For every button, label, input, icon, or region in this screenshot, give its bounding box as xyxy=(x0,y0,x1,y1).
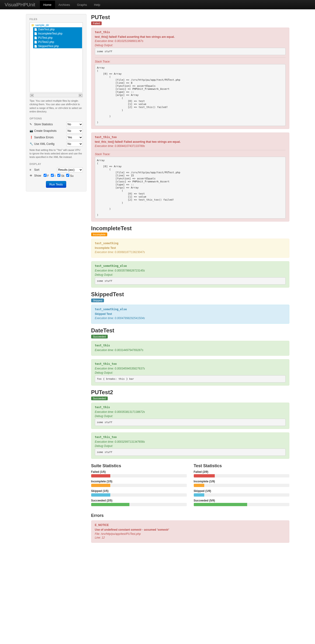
option-select[interactable]: Yes xyxy=(66,135,83,140)
file-icon: 📄 xyxy=(34,45,37,48)
suite-title: DateTest xyxy=(91,327,289,334)
navbar: VisualPHPUnit HomeArchivesGraphsHelp xyxy=(0,0,315,9)
nav-home[interactable]: Home xyxy=(40,1,55,9)
sidebar-panel: FILES 📁sample_dir 📄DateTest.php📄Incomple… xyxy=(26,14,86,192)
file-item[interactable]: 📄SkippedTest.php xyxy=(33,44,82,48)
error-file: File: /srv/http/pu/app/test/PUTest.php xyxy=(95,532,286,536)
stat-label: Incomplete (1/5) xyxy=(91,480,187,483)
test-block: test_this_tooExecution time: 0.000345945… xyxy=(91,359,289,386)
suite-title: PUTest xyxy=(91,14,289,20)
show-check-f[interactable]: F xyxy=(44,174,49,178)
suite-badge: Incomplete xyxy=(91,232,108,236)
option-icon: 📷 xyxy=(30,129,33,132)
suite-badge: Succeeded xyxy=(91,335,108,338)
run-tests-button[interactable]: Run Tests xyxy=(46,181,66,188)
progress-fill xyxy=(91,503,130,506)
debug-output: some stuff xyxy=(95,448,286,456)
suite-title: IncompleteTest xyxy=(91,225,289,232)
progress-fill xyxy=(194,474,215,478)
stat-row: Succeeded (5/9) xyxy=(194,499,289,506)
tips-text: Tips: You can select multiple files by s… xyxy=(30,99,83,114)
error-line: Line: 12 xyxy=(95,536,286,539)
test-block: test_this_tootest_this_too() failed! Fai… xyxy=(91,132,289,222)
nav-archives[interactable]: Archives xyxy=(55,1,74,9)
error-block: E_NOTICEUse of undefined constant somest… xyxy=(91,520,289,543)
show-row: 👁 Show F I Sk Su xyxy=(30,174,83,178)
nav-graphs[interactable]: Graphs xyxy=(74,1,90,9)
files-label: FILES xyxy=(30,18,83,20)
file-icon: 📄 xyxy=(34,36,37,39)
show-label: Show xyxy=(34,174,44,177)
test-name: test_something_else xyxy=(95,308,286,311)
error-message: Use of undefined constant somestr - assu… xyxy=(95,528,286,531)
options-label: OPTIONS xyxy=(30,117,83,120)
test-name: test_something_else xyxy=(95,264,286,268)
checkbox[interactable] xyxy=(51,174,54,177)
checkbox[interactable] xyxy=(57,174,60,177)
execution-time: Execution time: 0.0010251998901367s xyxy=(95,40,286,43)
progress-fill xyxy=(91,493,110,496)
suite-title: PUTest2 xyxy=(91,389,289,396)
debug-label: Debug Output: xyxy=(95,444,286,448)
stat-row: Incomplete (1/9) xyxy=(194,480,289,487)
suite-badge: Skipped xyxy=(91,298,104,302)
option-label: Sandbox Errors xyxy=(34,136,66,139)
checkbox[interactable] xyxy=(44,174,47,177)
file-tree[interactable]: 📁sample_dir 📄DateTest.php📄IncompleteTest… xyxy=(30,22,83,92)
sort-label: Sort xyxy=(34,168,57,172)
test-name: test_this_too xyxy=(95,436,286,439)
trace-label: Stack Trace: xyxy=(95,60,286,63)
stat-row: Succeeded (2/5) xyxy=(91,499,187,506)
file-item[interactable]: 📄PUTest.php xyxy=(33,36,82,40)
debug-output: some stuff xyxy=(95,419,286,426)
option-icon: 🔧 xyxy=(30,142,33,146)
option-select[interactable]: No xyxy=(66,128,83,134)
error-type: E_NOTICE xyxy=(95,524,286,527)
stat-label: Failed (1/5) xyxy=(91,470,187,474)
test-block: test_something_elseExecution time: 0.000… xyxy=(91,261,289,288)
option-label: Use XML Config xyxy=(34,142,66,146)
option-select[interactable]: No xyxy=(66,122,83,127)
progress-fill xyxy=(194,493,204,496)
progress-bar xyxy=(194,474,289,478)
show-check-i[interactable]: I xyxy=(51,174,56,178)
sort-row: ≡ Sort Results (asc) xyxy=(30,167,83,172)
test-stats: Test StatisticsFailed (2/9)Incomplete (1… xyxy=(194,464,289,508)
execution-time: Execution time: 0.00035381317138672s xyxy=(95,410,286,414)
stats-section: Suite StatisticsFailed (1/5)Incomplete (… xyxy=(91,464,289,508)
progress-bar xyxy=(91,484,187,487)
option-icon: ❗ xyxy=(30,136,33,139)
folder-item[interactable]: 📁sample_dir xyxy=(30,23,82,27)
test-message: Skipped Test xyxy=(95,312,286,316)
stack-trace: Array ( [0] => Array ( [file] => /srv/ht… xyxy=(95,64,286,126)
test-block: test_thisExecution time: 0.0031449794769… xyxy=(91,341,289,356)
nav-help[interactable]: Help xyxy=(90,1,104,9)
scroll-left-icon[interactable]: ◄ xyxy=(30,94,34,97)
option-select[interactable]: No xyxy=(66,141,83,146)
debug-label: Debug Output: xyxy=(95,273,286,276)
execution-time: Execution time: 0.00035786628723145s xyxy=(95,269,286,272)
checkbox[interactable] xyxy=(66,174,69,177)
eye-icon: 👁 xyxy=(30,174,33,177)
file-icon: 📄 xyxy=(34,32,37,35)
show-check-su[interactable]: Su xyxy=(66,174,74,178)
file-item[interactable]: 📄PUTest2.php xyxy=(33,40,82,44)
suite-badge: Failed xyxy=(91,22,102,25)
execution-time: Execution time: 0.00047898292541504s xyxy=(95,316,286,320)
show-check-sk[interactable]: Sk xyxy=(57,174,64,178)
stat-row: Skipped (1/9) xyxy=(194,489,289,496)
file-item[interactable]: 📄DateTest.php xyxy=(33,27,82,32)
option-label: Store Statistics xyxy=(34,123,66,126)
horizontal-scrollbar[interactable]: ◄ ► xyxy=(30,94,83,97)
stat-label: Succeeded (2/5) xyxy=(91,499,187,502)
progress-bar xyxy=(194,493,289,496)
scroll-right-icon[interactable]: ► xyxy=(79,94,82,97)
test-message: Incomplete Test xyxy=(95,246,286,250)
stats-title: Suite Statistics xyxy=(91,464,187,468)
file-item[interactable]: 📄IncompleteTest.php xyxy=(33,32,82,36)
option-row: 🔧Use XML ConfigNo xyxy=(30,141,83,146)
stats-title: Test Statistics xyxy=(194,464,289,468)
debug-label: Debug Output: xyxy=(95,44,286,47)
option-icon: ✎ xyxy=(30,123,33,126)
sort-select[interactable]: Results (asc) xyxy=(57,167,83,172)
